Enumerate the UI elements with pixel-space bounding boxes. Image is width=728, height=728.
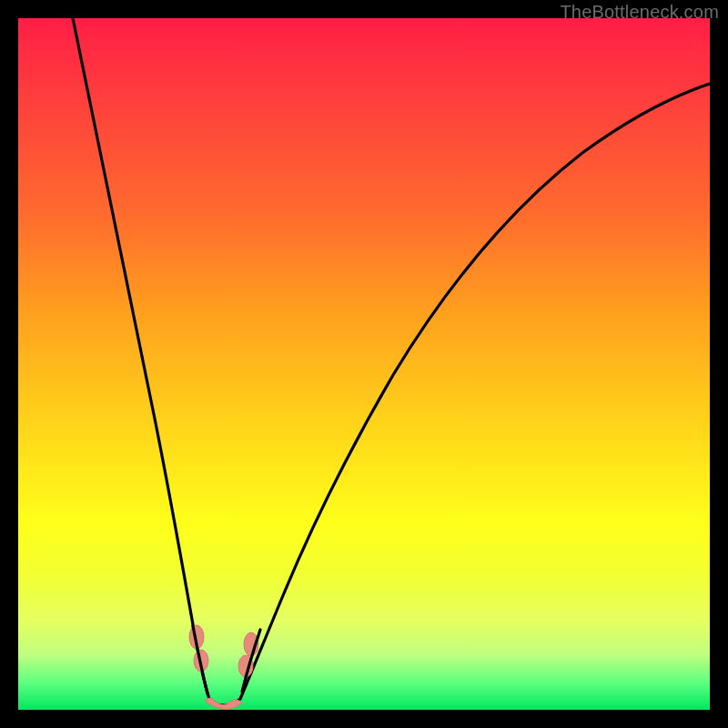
curve-layer — [18, 18, 710, 710]
curve-bottom-blob — [205, 698, 242, 709]
bottleneck-curve — [73, 18, 710, 705]
chart-frame — [18, 18, 710, 710]
